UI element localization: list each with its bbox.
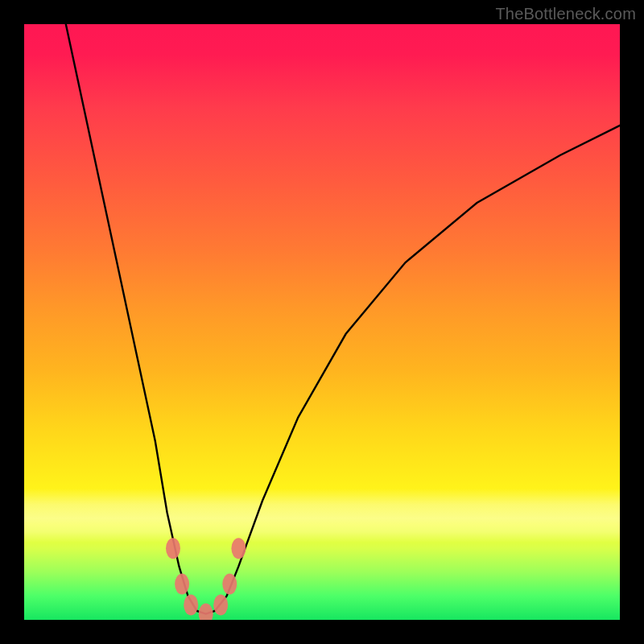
- chart-frame: TheBottleneck.com: [0, 0, 644, 644]
- bottleneck-curve: [66, 24, 620, 614]
- curve-marker: [184, 595, 198, 616]
- curve-marker: [231, 538, 246, 559]
- curve-marker: [166, 538, 180, 559]
- curve-markers: [166, 538, 246, 620]
- curve-marker: [175, 574, 189, 595]
- curve-marker: [222, 574, 237, 595]
- plot-area: [24, 24, 620, 620]
- curve-marker: [213, 595, 228, 616]
- curve-marker: [199, 604, 213, 620]
- watermark-label: TheBottleneck.com: [495, 5, 636, 23]
- curve-layer: [24, 24, 620, 620]
- highlight-band: [24, 489, 620, 543]
